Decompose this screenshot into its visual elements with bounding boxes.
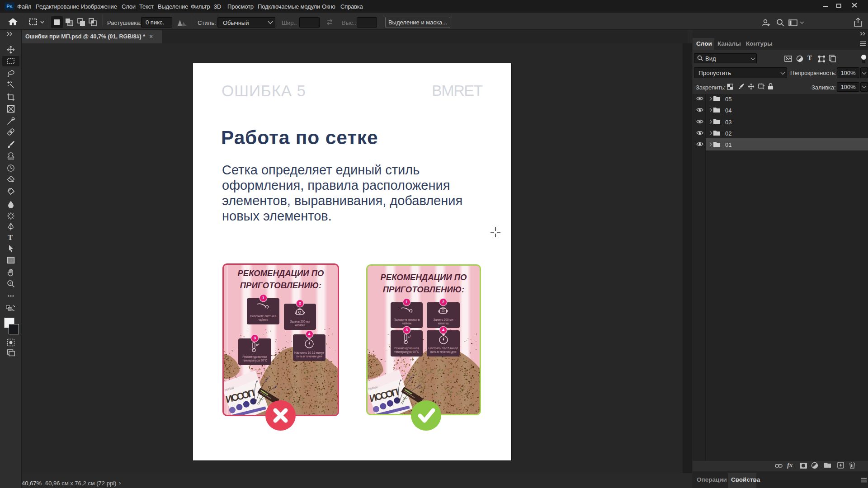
svg-text:C°: C° bbox=[408, 335, 411, 338]
svg-text:C°: C° bbox=[256, 343, 259, 347]
